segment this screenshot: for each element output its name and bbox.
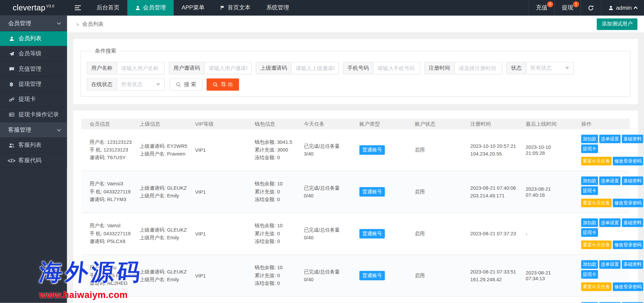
sidebar-toggle-button[interactable] — [67, 0, 89, 16]
field-value: 123123123 — [107, 139, 132, 145]
field-value: GLEUKZ — [167, 227, 187, 233]
add-deduct-button[interactable]: 加扣款 — [581, 302, 598, 303]
register-time: 2023-10-10 20:57:21 — [470, 143, 516, 149]
change-password-button[interactable]: 修改登录密码 — [613, 241, 643, 249]
withdraw-card-button[interactable]: 提现卡 — [581, 144, 598, 153]
vip-level-cell: VIP1 — [187, 171, 247, 213]
sidebar-item-1-1[interactable]: 会员列表 — [0, 31, 67, 46]
field-value: T67USY — [107, 155, 126, 161]
field-label: 累计充值: — [255, 272, 276, 278]
top-menu-item-1[interactable]: 后台首页 — [89, 0, 127, 16]
field-label: 累计充值: — [255, 147, 276, 153]
add-deduct-button[interactable]: 加扣款 — [581, 135, 598, 143]
search-field-input[interactable] — [373, 62, 420, 74]
parent-info-cell: 上级邀请码: EY2WR5上级用户名: Praveen — [131, 297, 187, 303]
logo-text: clevertap — [13, 3, 46, 12]
search-field-input[interactable] — [455, 62, 502, 74]
reset-today-task-button[interactable]: 重置今天任务 — [581, 199, 612, 207]
field-label: 上级邀请码: — [140, 268, 166, 274]
member-info-cell: 用户名: Vamsl手 机: 0433227119邀请码: P5LCX8 — [81, 213, 131, 255]
table-row: 用户名: dibu手 机: +965 6777 9453邀请码: NC2HEG上… — [81, 255, 630, 297]
wallet-info-cell: 钱包余额: 3041.5累计充值: 3000冻结金额: 0 — [247, 129, 296, 171]
change-password-button[interactable]: 修改登录密码 — [613, 157, 643, 166]
field-value: EY2WR5 — [167, 143, 187, 149]
sidebar-item-1-2[interactable]: 会员等级 — [0, 46, 67, 61]
admin-user-menu[interactable]: admin — [601, 0, 644, 16]
sidebar-item-1-3[interactable]: 充值管理 — [0, 62, 67, 77]
field-label: 上级邀请码: — [140, 143, 166, 149]
column-header-10: 操作 — [573, 119, 630, 129]
chain-order-button[interactable]: 连单设置 — [599, 260, 621, 269]
top-menu-item-4[interactable]: 首页文本 — [212, 0, 258, 16]
vip-level-cell: VIP1 — [187, 255, 247, 297]
column-header-4: 钱包信息 — [247, 119, 296, 129]
recharge-notice-button[interactable]: 充值 0 — [529, 0, 554, 16]
register-time-cell: 2023-08-21 06:17:40104.234.20.55 — [462, 297, 518, 303]
account-type-cell: 普通账号 — [351, 255, 407, 297]
register-time: 2023-08-21 07:37:23 — [470, 231, 516, 236]
sidebar-item-1-6[interactable]: 提现卡操作记录 — [0, 107, 67, 122]
records-icon — [8, 112, 15, 117]
account-status-cell: 启用 — [407, 213, 462, 255]
reset-today-task-button[interactable]: 重置今天任务 — [581, 157, 612, 166]
search-field-label: 用户名称 — [87, 62, 117, 74]
top-menu: 后台首页会员管理APP菜单首页文本系统管理 — [89, 0, 297, 16]
search-field-group-2: 用户邀请码 — [169, 62, 252, 74]
chain-order-button[interactable]: 连单设置 — [599, 177, 621, 185]
add-test-user-button[interactable]: 添加测试用户 — [597, 18, 637, 29]
withdraw-notice-button[interactable]: 提现 1 — [554, 0, 580, 16]
change-password-button[interactable]: 修改登录密码 — [613, 282, 643, 291]
actions-cell: 加扣款连单设置基础资料提现卡重置今天任务修改登录密码 — [573, 297, 630, 303]
search-button[interactable]: 搜 索 — [170, 78, 202, 91]
top-menu-label: 首页文本 — [227, 4, 251, 11]
top-menu-item-3[interactable]: APP菜单 — [174, 0, 212, 16]
status-select[interactable]: 所有状态 — [526, 62, 574, 74]
withdraw-card-button[interactable]: 提现卡 — [581, 186, 598, 195]
register-time-cell: 2023-08-21 07:33:51161.29.248.42 — [462, 255, 518, 297]
basic-profile-button[interactable]: 基础资料 — [622, 135, 643, 143]
sidebar-item-2-1[interactable]: 客服列表 — [0, 138, 67, 153]
bitcoin-icon: ฿ — [8, 81, 15, 87]
sidebar-item-1-5[interactable]: 提现卡 — [0, 92, 67, 107]
last-online-time: 2023-10-10 21:05:28 — [526, 144, 551, 156]
withdraw-card-button[interactable]: 提现卡 — [581, 228, 598, 237]
reset-today-task-button[interactable]: 重置今天任务 — [581, 282, 612, 291]
add-deduct-button[interactable]: 加扣款 — [581, 260, 598, 269]
basic-profile-button[interactable]: 基础资料 — [622, 260, 643, 269]
field-value: Vamsl — [107, 223, 120, 229]
column-header-8: 注册时间 — [462, 119, 518, 129]
search-field-input[interactable] — [205, 62, 252, 74]
breadcrumb-arrows-icon: » — [76, 20, 79, 27]
reset-today-task-button[interactable]: 重置今天任务 — [581, 241, 612, 249]
sidebar-item-1-4[interactable]: ฿提现管理 — [0, 77, 67, 92]
today-task-cell: 已完成/总任务量8/40 — [296, 297, 351, 303]
search-field-input[interactable] — [291, 62, 338, 74]
field-value: GLEUKZ — [167, 185, 187, 191]
search-field-label: 上级邀请码 — [256, 62, 291, 74]
field-value: Vamsi3 — [107, 181, 123, 187]
chain-order-button[interactable]: 连单设置 — [599, 302, 621, 303]
basic-profile-button[interactable]: 基础资料 — [622, 218, 643, 227]
chain-order-button[interactable]: 连单设置 — [599, 218, 621, 227]
withdraw-card-button[interactable]: 提现卡 — [581, 270, 598, 279]
search-field-label: 注册时间 — [425, 62, 454, 74]
refresh-button[interactable] — [580, 0, 601, 16]
add-deduct-button[interactable]: 加扣款 — [581, 218, 598, 227]
sidebar-group-2[interactable]: 客服管理 — [0, 122, 67, 138]
chevron-down-icon — [156, 83, 160, 86]
add-deduct-button[interactable]: 加扣款 — [581, 177, 598, 185]
breadcrumb-label: 会员列表 — [82, 20, 104, 28]
online-status-select[interactable]: 所有状态 — [117, 79, 164, 90]
wallet-info-cell: 钱包余额: 2529.84累计充值: 2268冻结金额: 0 — [247, 297, 296, 303]
sidebar-item-2-2[interactable]: </>客服代码 — [0, 153, 67, 168]
field-label: 手 机: — [90, 231, 102, 236]
chain-order-button[interactable]: 连单设置 — [599, 135, 621, 143]
export-button[interactable]: 导 出 — [206, 78, 239, 91]
top-menu-item-5[interactable]: 系统管理 — [258, 0, 297, 16]
sidebar-group-1[interactable]: 会员管理 — [0, 16, 67, 32]
change-password-button[interactable]: 修改登录密码 — [613, 199, 643, 207]
basic-profile-button[interactable]: 基础资料 — [622, 302, 643, 303]
basic-profile-button[interactable]: 基础资料 — [622, 177, 643, 185]
top-menu-item-2[interactable]: 会员管理 — [127, 0, 174, 16]
search-field-input[interactable] — [117, 62, 164, 74]
